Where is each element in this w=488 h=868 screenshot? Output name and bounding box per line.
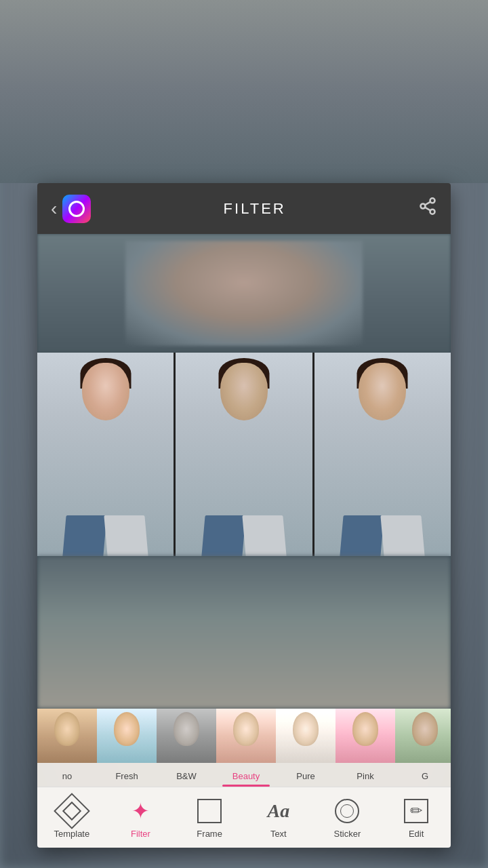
filter-item-pink[interactable]: Pink [336,709,395,787]
photo-cell-1[interactable] [37,353,174,556]
bg-top-overlay [0,0,488,183]
photo-cell-2[interactable] [176,353,312,556]
sticker-icon-wrapper [332,796,362,826]
filter-label-no: no [62,771,72,781]
filter-item-bw[interactable]: B&W [157,709,216,787]
frame-icon-wrapper [195,796,224,826]
bottom-toolbar: Template ✦ Filter Frame Aa Text [37,787,451,848]
filter-thumb-img-bw [157,709,216,763]
edit-icon [404,799,428,823]
filter-thumb-img-no [37,709,97,763]
text-icon-wrapper: Aa [264,796,293,826]
toolbar-item-template[interactable]: Template [41,796,102,839]
portrait-3 [314,353,451,556]
filter-bar: no Fresh B&W Beauty [37,709,451,787]
toolbar-label-filter: Filter [131,829,150,839]
filter-thumb-img-fresh [97,709,157,763]
page-title: FILTER [224,200,286,218]
header-bar: ‹ FILTER [37,183,451,234]
share-button[interactable] [418,197,437,220]
toolbar-item-frame[interactable]: Frame [179,796,240,839]
frame-icon [197,799,222,823]
toolbar-item-edit[interactable]: Edit [386,796,447,839]
filter-thumb-img-pink [336,709,395,763]
app-container: ‹ FILTER [37,183,451,848]
toolbar-label-frame: Frame [197,829,222,839]
filter-item-beauty[interactable]: Beauty [216,709,276,787]
filter-item-no[interactable]: no [37,709,97,787]
thumb-portrait-pure [276,709,336,763]
app-icon [62,195,91,223]
svg-line-4 [425,202,430,205]
svg-line-3 [425,208,430,211]
filter-label-g: G [422,771,428,781]
filter-label-pink: Pink [357,771,373,781]
template-icon [54,793,90,829]
filter-item-g[interactable]: G [395,709,451,787]
toolbar-label-sticker: Sticker [334,829,361,839]
photo-grid [37,353,451,556]
top-blur-strip [37,234,451,353]
portrait-1 [37,353,174,556]
filter-label-beauty: Beauty [232,771,260,781]
clothes-3 [314,502,451,556]
filter-thumb-img-pure [276,709,336,763]
filter-icon: ✦ [131,800,150,822]
main-image-area [37,234,451,709]
filter-label-fresh: Fresh [115,771,138,781]
filter-label-bw: B&W [176,771,197,781]
face-2 [220,363,268,420]
sticker-icon [335,799,359,823]
filter-thumb-img-g [395,709,451,763]
thumb-portrait-g [395,709,451,763]
clothes-2 [176,502,312,556]
thumb-portrait-no [37,709,97,763]
portrait-2 [176,353,312,556]
thumb-portrait-beauty [216,709,276,763]
filter-label-pure: Pure [296,771,314,781]
toolbar-label-template: Template [54,829,89,839]
text-icon: Aa [267,800,289,822]
toolbar-label-edit: Edit [409,829,424,839]
toolbar-item-text[interactable]: Aa Text [248,796,309,839]
filter-icon-wrapper: ✦ [125,796,155,826]
photo-cell-3[interactable] [314,353,451,556]
toolbar-label-text: Text [270,829,287,839]
filter-item-fresh[interactable]: Fresh [97,709,157,787]
thumb-portrait-fresh [97,709,157,763]
face-3 [359,363,406,420]
thumb-portrait-bw [157,709,216,763]
edit-icon-wrapper [401,796,431,826]
back-arrow-icon: ‹ [51,199,57,218]
back-button[interactable]: ‹ [51,195,91,223]
clothes-1 [37,502,174,556]
filter-active-line-beauty [222,785,270,787]
top-face-bg [125,241,363,346]
bottom-blur-strip [37,556,451,709]
toolbar-item-sticker[interactable]: Sticker [317,796,378,839]
thumb-portrait-pink [336,709,395,763]
face-1 [82,363,129,420]
template-icon-wrapper [57,796,87,826]
toolbar-item-filter[interactable]: ✦ Filter [110,796,171,839]
filter-item-pure[interactable]: Pure [276,709,336,787]
filter-thumb-img-beauty [216,709,276,763]
